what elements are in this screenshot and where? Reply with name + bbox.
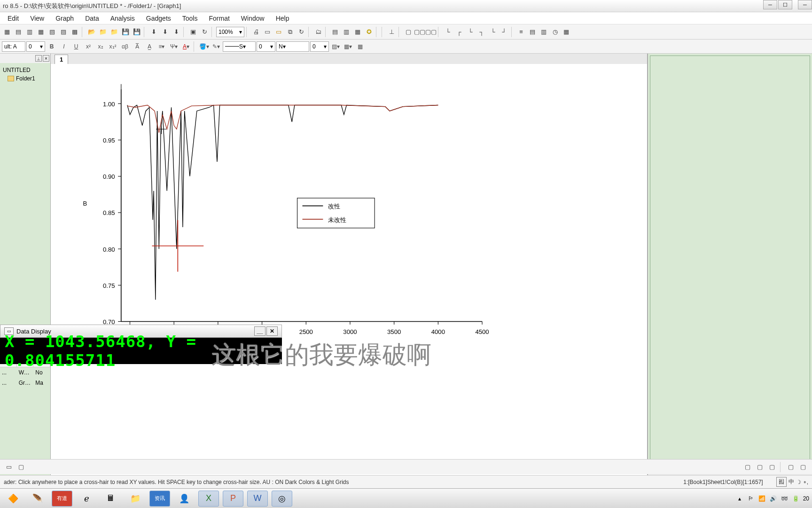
subscript-button[interactable]: x₂ xyxy=(95,41,106,52)
font-combo[interactable]: ult: A xyxy=(2,41,25,52)
new-excel-icon[interactable]: ▩ xyxy=(70,27,80,37)
menu-analysis[interactable]: Analysis xyxy=(105,13,141,24)
bt-ico-4[interactable]: ▢ xyxy=(755,462,765,472)
pattern-combo[interactable]: N▾ xyxy=(276,41,309,52)
line-width-combo[interactable]: 0▾ xyxy=(257,41,275,52)
save-template-icon[interactable]: 💾 xyxy=(132,27,142,37)
taskbar-app-3[interactable]: 有道 xyxy=(52,491,72,507)
new-notes-icon[interactable]: ▨ xyxy=(58,27,69,37)
fill-color-button[interactable]: 🪣▾ xyxy=(198,41,210,52)
messages-icon[interactable]: ▦ xyxy=(352,27,363,37)
subsuper-button[interactable]: x₁² xyxy=(107,41,118,52)
new-layout-icon[interactable]: ▧ xyxy=(47,27,57,37)
tray-net-icon[interactable]: 📶 xyxy=(758,494,766,503)
sidebar-close-icon[interactable]: × xyxy=(43,55,49,62)
print-icon[interactable]: 🖨 xyxy=(251,27,261,37)
import-wizard-icon[interactable]: ⬇ xyxy=(171,27,181,37)
line-style-combo[interactable]: S▾ xyxy=(223,41,256,52)
save-icon[interactable]: 💾 xyxy=(120,27,131,37)
bt-ico-1[interactable]: ▭ xyxy=(4,462,14,472)
symbol-button[interactable]: Ψ▾ xyxy=(168,41,180,52)
frame2-icon[interactable]: ┌ xyxy=(454,27,464,37)
bt-ico-3[interactable]: ▢ xyxy=(742,462,753,472)
new-matrix-icon[interactable]: ▦ xyxy=(36,27,46,37)
help-icon[interactable]: ✪ xyxy=(364,27,374,37)
frame3-icon[interactable]: └ xyxy=(465,27,476,37)
project-tree[interactable]: UNTITLED Folder1 xyxy=(0,63,50,356)
tray-flag-icon[interactable]: 🏳 xyxy=(747,494,755,503)
taskbar-app-ppt[interactable]: P xyxy=(223,491,243,507)
greek-button[interactable]: αβ xyxy=(119,41,131,52)
grid4-icon[interactable]: ▦ xyxy=(561,27,571,37)
import-multi-icon[interactable]: ⬇ xyxy=(160,27,170,37)
grid2-icon[interactable]: ▤ xyxy=(527,27,538,37)
font-inc-button[interactable]: A̅ xyxy=(132,41,143,52)
hatch-button[interactable]: ▨▾ xyxy=(330,41,341,52)
line-color-button[interactable]: ✎▾ xyxy=(211,41,222,52)
new-project-icon[interactable]: ▦ xyxy=(2,27,12,37)
layer2-icon[interactable]: ▢▢ xyxy=(414,27,425,37)
menu-window[interactable]: Window xyxy=(235,13,270,24)
menu-graph[interactable]: Graph xyxy=(50,13,79,24)
menu-tools[interactable]: Tools xyxy=(177,13,203,24)
layer1-icon[interactable]: ▢ xyxy=(403,27,414,37)
system-tray[interactable]: ▴ 🏳 📶 🔊 ➿ 🔋 20 xyxy=(735,494,809,503)
tray-batt-icon[interactable]: 🔋 xyxy=(792,494,800,503)
ime-moon-icon[interactable]: ☽ xyxy=(796,479,801,485)
menu-format[interactable]: Format xyxy=(203,13,235,24)
frame5-icon[interactable]: └ xyxy=(488,27,498,37)
new-workbook-icon[interactable]: ▤ xyxy=(13,27,23,37)
taskbar-app-ie[interactable]: ℯ xyxy=(76,491,97,507)
table-button[interactable]: ▦▾ xyxy=(342,41,353,52)
graph-window[interactable]: 1 0.700.750.800.850.900.951.005001000150… xyxy=(51,54,648,487)
bt-ico-6[interactable]: ▢ xyxy=(786,462,796,472)
ime-lang[interactable]: 中 xyxy=(789,478,794,486)
new-graph-icon[interactable]: ▥ xyxy=(24,27,35,37)
open-icon[interactable]: 📂 xyxy=(86,27,97,37)
zoom-combo[interactable]: 100%▾ xyxy=(216,27,244,37)
underline-button[interactable]: U xyxy=(70,41,82,52)
duplicate-icon[interactable]: ⧉ xyxy=(285,27,295,37)
font-dec-button[interactable]: A̲ xyxy=(144,41,155,52)
taskbar-app-news[interactable]: 资讯 xyxy=(149,491,170,507)
recalc-icon[interactable]: ↻ xyxy=(199,27,210,37)
menu-view[interactable]: View xyxy=(24,13,50,24)
bt-ico-2[interactable]: ▢ xyxy=(16,462,26,472)
superscript-button[interactable]: x² xyxy=(83,41,94,52)
slide-icon[interactable]: ▭ xyxy=(262,27,273,37)
menu-edit[interactable]: Edit xyxy=(2,13,24,24)
open-template-icon[interactable]: 📁 xyxy=(98,27,108,37)
import-icon[interactable]: ⬇ xyxy=(148,27,159,37)
taskbar-app-word[interactable]: W xyxy=(247,491,268,507)
menu-data[interactable]: Data xyxy=(79,13,105,24)
layer-tab-1[interactable]: 1 xyxy=(55,55,68,64)
refresh-icon[interactable]: ↻ xyxy=(296,27,306,37)
tray-bt-icon[interactable]: ➿ xyxy=(781,494,789,503)
axes-icon[interactable]: ⊥ xyxy=(386,27,397,37)
bt-ico-5[interactable]: ▢ xyxy=(767,462,777,472)
font-size-combo[interactable]: 0▾ xyxy=(26,41,45,52)
minimize-button[interactable]: ─ xyxy=(763,0,777,9)
taskbar-app-explorer[interactable]: 📁 xyxy=(125,491,146,507)
slide2-icon[interactable]: ▭ xyxy=(273,27,284,37)
bt-ico-7[interactable]: ▢ xyxy=(798,462,808,472)
bold-button[interactable]: B xyxy=(46,41,57,52)
tray-up-icon[interactable]: ▴ xyxy=(735,494,744,503)
taskbar[interactable]: 🔶 🪶 有道 ℯ 🖩 📁 资讯 👤 X P W ◎ ▴ 🏳 📶 🔊 ➿ 🔋 20 xyxy=(0,488,812,508)
list-item[interactable]: ...Gra...Ma xyxy=(0,378,50,388)
taskbar-app-user[interactable]: 👤 xyxy=(174,491,195,507)
num2-combo[interactable]: 0▾ xyxy=(310,41,329,52)
sidebar-pin-icon[interactable]: ⟂ xyxy=(35,55,42,62)
frame1-icon[interactable]: └ xyxy=(443,27,453,37)
batch-icon[interactable]: ▣ xyxy=(188,27,198,37)
tray-time[interactable]: 20 xyxy=(803,495,809,502)
taskbar-app-2[interactable]: 🪶 xyxy=(27,491,48,507)
ime-indicator[interactable]: 囮 xyxy=(776,477,787,487)
results-icon[interactable]: ▤ xyxy=(330,27,340,37)
taskbar-app-calc[interactable]: 🖩 xyxy=(101,491,121,507)
plot-canvas[interactable]: 0.700.750.800.850.900.951.00500100015002… xyxy=(70,72,492,364)
taskbar-app-excel[interactable]: X xyxy=(198,491,219,507)
taskbar-app-1[interactable]: 🔶 xyxy=(3,491,23,507)
frame4-icon[interactable]: ┐ xyxy=(476,27,487,37)
font-color-button[interactable]: A▾ xyxy=(180,41,192,52)
